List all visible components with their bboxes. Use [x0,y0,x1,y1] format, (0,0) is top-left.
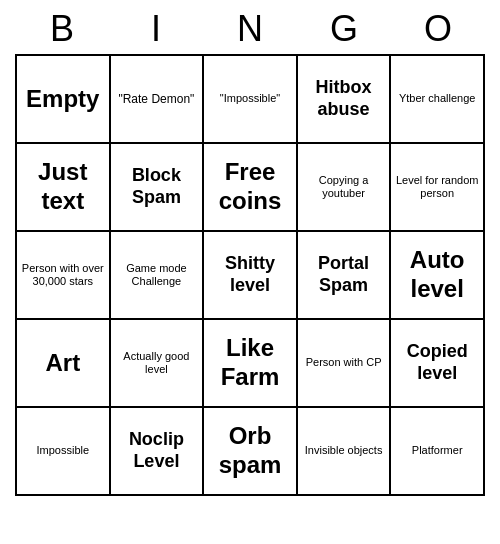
bingo-cell-7[interactable]: Free coins [204,144,298,232]
bingo-cell-15[interactable]: Art [17,320,111,408]
cell-text-3: Hitbox abuse [302,77,386,120]
bingo-cell-8[interactable]: Copying a youtuber [298,144,392,232]
bingo-cell-13[interactable]: Portal Spam [298,232,392,320]
bingo-cell-19[interactable]: Copied level [391,320,485,408]
cell-text-1: "Rate Demon" [118,92,194,106]
cell-text-9: Level for random person [395,174,479,200]
cell-text-2: "Impossible" [220,92,280,105]
bingo-cell-12[interactable]: Shitty level [204,232,298,320]
header-i: I [113,8,199,50]
bingo-cell-20[interactable]: Impossible [17,408,111,496]
bingo-cell-10[interactable]: Person with over 30,000 stars [17,232,111,320]
cell-text-19: Copied level [395,341,479,384]
header-n: N [207,8,293,50]
bingo-cell-11[interactable]: Game mode Challenge [111,232,205,320]
bingo-cell-0[interactable]: Empty [17,56,111,144]
cell-text-14: Auto level [395,246,479,304]
cell-text-8: Copying a youtuber [302,174,386,200]
cell-text-4: Ytber challenge [399,92,475,105]
cell-text-21: Noclip Level [115,429,199,472]
bingo-cell-24[interactable]: Platformer [391,408,485,496]
cell-text-13: Portal Spam [302,253,386,296]
cell-text-22: Orb spam [208,422,292,480]
bingo-cell-4[interactable]: Ytber challenge [391,56,485,144]
bingo-cell-5[interactable]: Just text [17,144,111,232]
cell-text-12: Shitty level [208,253,292,296]
cell-text-0: Empty [26,85,99,114]
cell-text-16: Actually good level [115,350,199,376]
cell-text-11: Game mode Challenge [115,262,199,288]
cell-text-6: Block Spam [115,165,199,208]
cell-text-10: Person with over 30,000 stars [21,262,105,288]
cell-text-20: Impossible [37,444,90,457]
cell-text-7: Free coins [208,158,292,216]
bingo-cell-14[interactable]: Auto level [391,232,485,320]
header-b: B [19,8,105,50]
bingo-cell-17[interactable]: Like Farm [204,320,298,408]
bingo-cell-21[interactable]: Noclip Level [111,408,205,496]
bingo-cell-3[interactable]: Hitbox abuse [298,56,392,144]
cell-text-24: Platformer [412,444,463,457]
bingo-cell-9[interactable]: Level for random person [391,144,485,232]
bingo-cell-22[interactable]: Orb spam [204,408,298,496]
cell-text-15: Art [45,349,80,378]
header-o: O [395,8,481,50]
bingo-cell-1[interactable]: "Rate Demon" [111,56,205,144]
bingo-cell-6[interactable]: Block Spam [111,144,205,232]
bingo-cell-2[interactable]: "Impossible" [204,56,298,144]
bingo-cell-23[interactable]: Invisible objects [298,408,392,496]
bingo-grid: Empty"Rate Demon""Impossible"Hitbox abus… [15,54,485,496]
bingo-cell-16[interactable]: Actually good level [111,320,205,408]
header-g: G [301,8,387,50]
cell-text-23: Invisible objects [305,444,383,457]
cell-text-5: Just text [21,158,105,216]
bingo-header: B I N G O [15,0,485,54]
cell-text-17: Like Farm [208,334,292,392]
bingo-cell-18[interactable]: Person with CP [298,320,392,408]
cell-text-18: Person with CP [306,356,382,369]
